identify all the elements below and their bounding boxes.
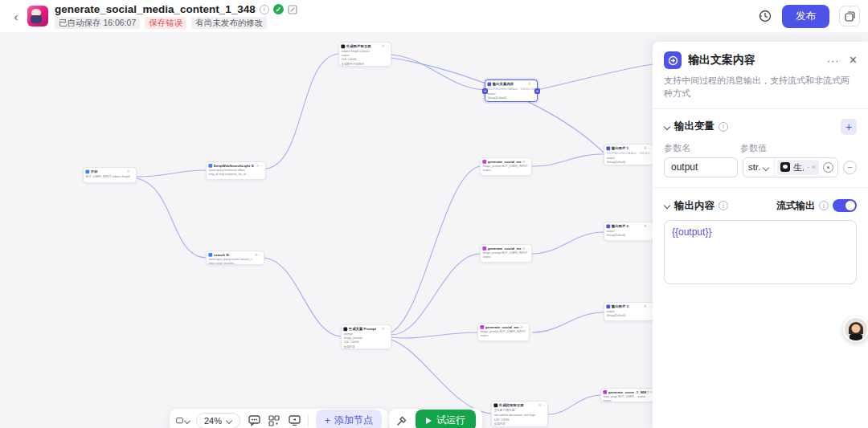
edge [391,340,491,414]
workflow-node[interactable]: DeepWebSearchLight ①⚙ ⋯count query fresh… [206,161,266,180]
collaborator-avatar[interactable] [843,316,868,342]
comment-icon[interactable] [248,414,260,427]
locate-node-icon[interactable] [823,162,833,173]
node-menu-icon[interactable]: ⚙ ⋯ [520,325,527,328]
workflow-node[interactable]: generate_cover_1_908 ①⚙ ⋯main_page BOT_U… [600,388,653,402]
play-icon [426,418,432,424]
toolbar-divider [308,415,309,426]
reference-tag[interactable]: 生成文案... - × [777,160,819,175]
node-title: 输出图片 1 [612,146,628,151]
publish-button[interactable]: 发布 [782,5,829,28]
node-title: 生成文案 Prompt [349,327,376,332]
remove-variable-button[interactable]: − [843,161,857,174]
autosave-badge: 已自动保存 16:06:07 [55,17,140,29]
node-param-row: 128 / 14096 [341,58,388,61]
zoom-control[interactable]: 24% [196,413,240,428]
beautify-icon[interactable] [395,414,408,427]
workflow-node[interactable]: generate_social_media_ima… ①⚙ ⋯image_pro… [477,323,530,341]
output-port[interactable]: + [534,88,540,94]
node-menu-icon[interactable]: ⚙ ⋯ [522,160,530,163]
node-config-panel: 输出文案内容 ··· × 支持中间过程的消息输出，支持流式和非流式两种方式 输出… [653,42,868,428]
workflow-canvas[interactable]: 生成图片提示词⚙ ⋯subject length contentoutput12… [0,32,653,428]
node-icon [487,82,491,86]
workflow-node[interactable]: 输出图片 3⚙ ⋯outputGroup(Default) [604,302,653,321]
add-variable-button[interactable]: + [841,119,857,135]
node-menu-icon[interactable]: ⚙ ⋯ [255,253,262,256]
node-description: 支持中间过程的消息输出，支持流式和非流式… [487,88,534,92]
tag-remove-icon[interactable]: - × [807,163,816,171]
app-avatar [27,6,48,26]
node-menu-icon[interactable]: ⚙ ⋯ [382,44,389,47]
node-param-row: subject length content [341,50,388,53]
node-menu-icon[interactable]: ⚙ ⋯ [382,327,389,330]
collapse-chevron-icon[interactable] [664,124,670,130]
node-menu-icon[interactable]: ⚙ ⋯ [644,224,651,227]
node-menu-icon[interactable]: ⚙ ⋯ [256,164,264,167]
node-menu-icon[interactable]: ⚙ ⋯ [127,169,134,173]
edit-icon[interactable] [288,4,298,14]
frame-select-icon[interactable] [176,414,189,427]
fit-view-icon[interactable] [288,414,301,427]
node-param-row: 生成内容 [343,344,388,349]
input-port[interactable]: + [482,88,488,94]
save-error-badge[interactable]: 保存错误 [145,17,186,29]
history-icon[interactable] [758,9,772,23]
node-title: 生成封面提示词 [499,403,524,408]
add-node-button[interactable]: + 添加节点 [316,410,382,428]
node-param-row: output [603,399,653,402]
edge [137,178,206,258]
back-button[interactable]: ‹ [8,8,24,24]
workflow-editor: 生成图片提示词⚙ ⋯subject length contentoutput12… [0,0,868,428]
workflow-node[interactable]: 输出图片 2⚙ ⋯outputGroup(Default) [604,222,653,241]
output-content-label: 输出内容 [674,199,714,213]
stream-output-toggle[interactable] [833,199,857,212]
run-toolbar: 试运行 [388,408,483,428]
node-param-row: output [482,255,529,259]
node-menu-icon[interactable]: ⚙ ⋯ [644,146,651,149]
minimap-icon[interactable] [268,414,280,427]
node-param-row: image_prompt BOT_USER_INPUT [482,251,529,255]
node-param-row: output [480,334,526,337]
panel-title: 输出文案内容 [688,53,755,67]
close-icon[interactable]: × [850,54,857,67]
workflow-node[interactable]: 生成封面提示词⚙ ⋯主标题 封面标题title subtitle decorat… [491,401,548,427]
workflow-node[interactable]: 生成文案 Prompt⚙ ⋯promptimage_prompt128 / 14… [341,324,391,349]
panels-icon[interactable] [839,6,860,26]
node-param-row: 生成内容 [493,422,545,426]
info-icon[interactable]: i [719,122,728,132]
more-menu-icon[interactable]: ··· [827,55,840,67]
info-icon[interactable]: i [260,5,269,14]
edge [266,54,338,169]
type-dropdown[interactable]: str. [743,158,775,177]
node-menu-icon[interactable]: ⚙ ⋯ [644,304,651,308]
node-param-row: 128 / 14096 [493,418,545,421]
test-run-button[interactable]: 试运行 [416,410,476,428]
workflow-node[interactable]: 输出文案内容⚙ ⋯支持中间过程的消息输出，支持流式和非流式…outputGrou… [485,79,538,102]
edge [532,232,604,254]
collapse-chevron-icon[interactable] [664,202,670,209]
edge [264,258,341,336]
node-menu-icon[interactable]: ⚙ ⋯ [528,82,535,85]
workflow-node[interactable]: search ①⚙ ⋯word input_query cursor searc… [206,251,264,265]
node-menu-icon[interactable]: ⚙ ⋯ [522,247,530,250]
node-menu-icon[interactable]: ⚙ ⋯ [538,403,546,406]
workflow-node[interactable]: 开始⚙ ⋯BOT_USER_INPUT subject length [83,167,137,183]
param-value-control[interactable]: str. 生成文案... - × [743,157,838,177]
node-param-row: data cursor records… [208,262,261,265]
node-param-row: output [606,157,650,160]
output-content-editor[interactable]: {{output}} [664,220,857,284]
param-name-input[interactable] [664,157,738,177]
node-param-row: image_prompt [343,336,388,340]
info-icon[interactable]: i [719,201,728,210]
workflow-node[interactable]: 输出图片 1⚙ ⋯支持中间过程的消息输出，支持流式…outputGroup(De… [604,144,653,165]
workflow-node[interactable]: generate_social_media_ima… ①⚙ ⋯image_pro… [480,244,532,263]
node-param-row: count query freshness offset [208,169,263,172]
node-param-row: Group(Default) [606,314,650,317]
edge [532,154,604,166]
workflow-node[interactable]: generate_social_media_ima… ①⚙ ⋯image_pro… [480,157,532,176]
node-param-row: output [487,92,534,96]
edge [391,58,604,153]
variable-row: str. 生成文案... - × − [653,157,868,177]
workflow-node[interactable]: 生成图片提示词⚙ ⋯subject length contentoutput12… [338,42,391,67]
info-icon[interactable]: i [819,201,829,210]
